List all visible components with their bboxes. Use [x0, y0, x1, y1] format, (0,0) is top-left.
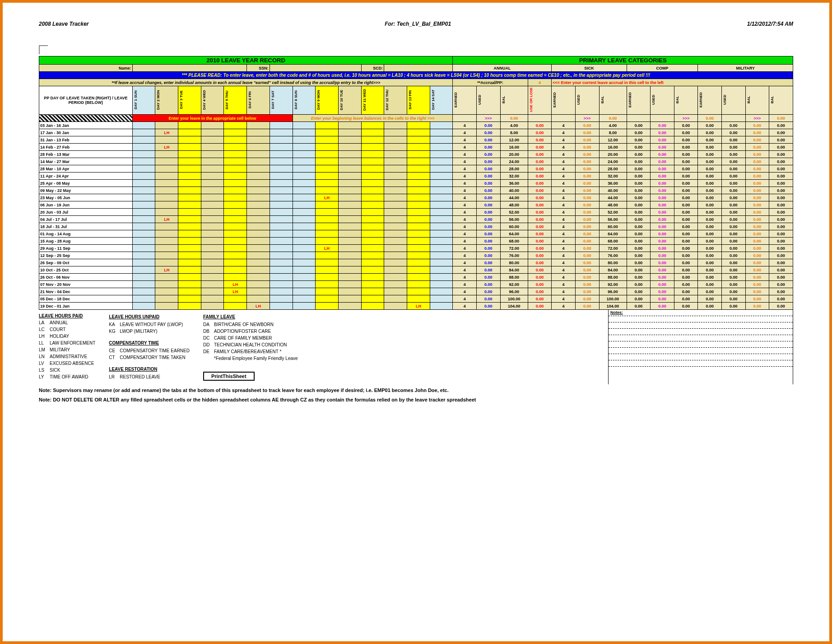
- day-cell[interactable]: [224, 238, 247, 245]
- day-cell[interactable]: [316, 274, 339, 281]
- day-cell[interactable]: [361, 209, 384, 216]
- day-cell[interactable]: [293, 230, 316, 238]
- day-cell[interactable]: [361, 245, 384, 252]
- day-cell[interactable]: [132, 252, 155, 259]
- day-cell[interactable]: [384, 281, 407, 288]
- day-cell[interactable]: [247, 187, 270, 194]
- day-cell[interactable]: LH: [316, 194, 339, 201]
- day-cell[interactable]: [224, 223, 247, 230]
- day-cell[interactable]: [247, 144, 270, 151]
- day-cell[interactable]: [224, 165, 247, 173]
- day-cell[interactable]: [247, 173, 270, 180]
- day-cell[interactable]: [224, 187, 247, 194]
- day-cell[interactable]: [407, 209, 430, 216]
- day-cell[interactable]: [384, 266, 407, 274]
- day-cell[interactable]: [270, 129, 293, 136]
- day-cell[interactable]: [361, 274, 384, 281]
- day-cell[interactable]: [247, 295, 270, 303]
- day-cell[interactable]: [430, 230, 453, 238]
- day-cell[interactable]: [247, 223, 270, 230]
- day-cell[interactable]: [384, 151, 407, 158]
- day-cell[interactable]: [338, 238, 361, 245]
- accrual-value[interactable]: 4: [528, 79, 552, 86]
- day-cell[interactable]: [384, 295, 407, 303]
- day-cell[interactable]: [247, 274, 270, 281]
- day-cell[interactable]: LH: [155, 216, 178, 223]
- ssn-input[interactable]: [270, 65, 361, 72]
- day-cell[interactable]: [384, 136, 407, 144]
- day-cell[interactable]: [201, 194, 224, 201]
- day-cell[interactable]: [224, 151, 247, 158]
- day-cell[interactable]: [361, 201, 384, 209]
- day-cell[interactable]: [132, 165, 155, 173]
- day-cell[interactable]: [247, 151, 270, 158]
- day-cell[interactable]: [430, 266, 453, 274]
- print-button[interactable]: PrintThisSheet: [203, 372, 255, 381]
- day-cell[interactable]: [155, 238, 178, 245]
- day-cell[interactable]: [201, 230, 224, 238]
- day-cell[interactable]: [247, 194, 270, 201]
- day-cell[interactable]: [270, 230, 293, 238]
- day-cell[interactable]: [178, 144, 201, 151]
- day-cell[interactable]: [247, 216, 270, 223]
- day-cell[interactable]: [178, 151, 201, 158]
- day-cell[interactable]: [155, 201, 178, 209]
- day-cell[interactable]: [407, 180, 430, 187]
- day-cell[interactable]: [132, 201, 155, 209]
- day-cell[interactable]: [430, 288, 453, 295]
- day-cell[interactable]: [384, 259, 407, 266]
- day-cell[interactable]: [430, 295, 453, 303]
- day-cell[interactable]: [270, 216, 293, 223]
- day-cell[interactable]: [178, 136, 201, 144]
- day-cell[interactable]: [316, 144, 339, 151]
- day-cell[interactable]: [293, 144, 316, 151]
- day-cell[interactable]: [430, 194, 453, 201]
- day-cell[interactable]: [430, 216, 453, 223]
- day-cell[interactable]: [132, 288, 155, 295]
- day-cell[interactable]: [178, 201, 201, 209]
- day-cell[interactable]: [361, 144, 384, 151]
- day-cell[interactable]: [316, 266, 339, 274]
- day-cell[interactable]: [178, 230, 201, 238]
- day-cell[interactable]: [338, 187, 361, 194]
- day-cell[interactable]: [155, 303, 178, 310]
- day-cell[interactable]: [384, 209, 407, 216]
- day-cell[interactable]: [316, 187, 339, 194]
- day-cell[interactable]: [407, 295, 430, 303]
- day-cell[interactable]: [132, 144, 155, 151]
- day-cell[interactable]: [132, 194, 155, 201]
- day-cell[interactable]: [224, 194, 247, 201]
- day-cell[interactable]: [293, 303, 316, 310]
- day-cell[interactable]: [293, 209, 316, 216]
- day-cell[interactable]: [384, 122, 407, 129]
- day-cell[interactable]: [430, 151, 453, 158]
- day-cell[interactable]: [361, 165, 384, 173]
- day-cell[interactable]: [384, 288, 407, 295]
- day-cell[interactable]: [201, 158, 224, 165]
- day-cell[interactable]: [178, 295, 201, 303]
- day-cell[interactable]: [270, 303, 293, 310]
- day-cell[interactable]: LH: [224, 281, 247, 288]
- day-cell[interactable]: [430, 173, 453, 180]
- day-cell[interactable]: [316, 165, 339, 173]
- day-cell[interactable]: [384, 173, 407, 180]
- day-cell[interactable]: [293, 122, 316, 129]
- day-cell[interactable]: [224, 209, 247, 216]
- day-cell[interactable]: [270, 259, 293, 266]
- day-cell[interactable]: [407, 129, 430, 136]
- day-cell[interactable]: [247, 266, 270, 274]
- day-cell[interactable]: [247, 252, 270, 259]
- day-cell[interactable]: [338, 245, 361, 252]
- day-cell[interactable]: [132, 129, 155, 136]
- day-cell[interactable]: [247, 245, 270, 252]
- day-cell[interactable]: [132, 274, 155, 281]
- day-cell[interactable]: [178, 303, 201, 310]
- day-cell[interactable]: [293, 223, 316, 230]
- day-cell[interactable]: [132, 238, 155, 245]
- day-cell[interactable]: [338, 259, 361, 266]
- day-cell[interactable]: [155, 122, 178, 129]
- day-cell[interactable]: [224, 259, 247, 266]
- day-cell[interactable]: [224, 144, 247, 151]
- day-cell[interactable]: [224, 230, 247, 238]
- day-cell[interactable]: [430, 223, 453, 230]
